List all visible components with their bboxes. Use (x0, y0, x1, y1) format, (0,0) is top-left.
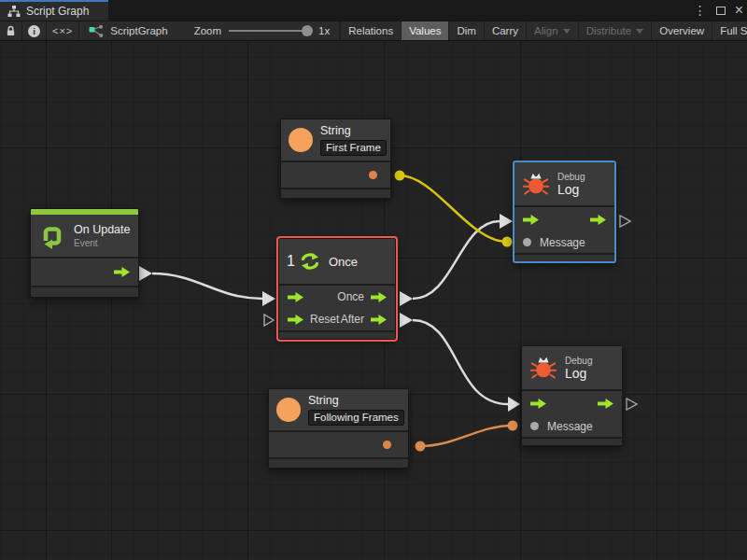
node-body: Message (522, 391, 622, 437)
wire-after-to-debugbottom[interactable] (413, 320, 508, 404)
tab-title: Script Graph (26, 5, 89, 18)
port-label-after: After (341, 313, 364, 326)
node-category: Debug (557, 172, 585, 182)
chevron-down-icon (636, 29, 643, 34)
window-titlebar: Script Graph ⋮ × (0, 0, 747, 21)
exec-input-port[interactable] (288, 292, 303, 302)
node-title: Log (565, 366, 592, 381)
node-header: Debug Log (514, 162, 614, 207)
menu-kebab-icon[interactable]: ⋮ (694, 4, 707, 17)
exec-input-port[interactable] (530, 399, 546, 409)
fullscreen-button[interactable]: Full Screen (712, 21, 747, 40)
exec-output-port-once[interactable] (371, 292, 387, 302)
node-body (281, 162, 390, 188)
on-update-loop-icon (38, 222, 66, 250)
wire-followingframes-to-message[interactable] (420, 426, 513, 446)
flow-in-port-reset-empty[interactable] (264, 315, 274, 326)
node-category: Debug (565, 356, 592, 366)
zoom-slider-knob[interactable] (302, 25, 313, 36)
chevron-down-icon (563, 29, 571, 34)
port-label-message: Message (540, 236, 585, 249)
exec-output-port[interactable] (598, 399, 613, 409)
node-string-following-frames[interactable]: String Following Frames (268, 388, 409, 469)
flow-out-port-once[interactable] (400, 291, 413, 306)
value-out-port-firstframe[interactable] (395, 171, 405, 181)
wire-firstframe-to-message[interactable] (400, 175, 507, 242)
string-output-port[interactable] (369, 171, 377, 179)
port-label-once: Once (337, 290, 364, 303)
relations-button[interactable]: Relations (341, 21, 402, 40)
node-header: On Update Event (31, 215, 138, 259)
close-icon[interactable]: × (735, 3, 743, 18)
exec-output-port[interactable] (590, 215, 606, 225)
align-dropdown[interactable]: Align (527, 21, 579, 40)
dim-button[interactable]: Dim (449, 21, 484, 40)
distribute-dropdown[interactable]: Distribute (579, 21, 653, 40)
node-title: Log (557, 182, 585, 197)
info-button[interactable]: i (22, 21, 47, 40)
zoom-slider[interactable] (229, 30, 311, 32)
zoom-control: Zoom 1x (177, 21, 341, 40)
tab-script-graph[interactable]: Script Graph (0, 0, 108, 21)
node-string-first-frame[interactable]: String First Frame (280, 119, 391, 199)
node-debug-log-top[interactable]: Debug Log Message (514, 161, 615, 262)
flow-out-port-debugtop-empty[interactable] (620, 216, 630, 227)
message-input-port[interactable] (523, 238, 531, 246)
overview-button[interactable]: Overview (652, 21, 712, 40)
flow-out-port-debugbottom-empty[interactable] (627, 399, 637, 410)
value-in-port-message-bottom[interactable] (508, 421, 518, 431)
node-body (269, 432, 408, 457)
graph-icon (7, 6, 21, 18)
node-subtitle: Event (74, 238, 130, 248)
exec-output-port-after[interactable] (371, 315, 387, 325)
wire-once-to-debugtop[interactable] (413, 221, 500, 299)
flow-out-port-onupdate[interactable] (139, 266, 152, 281)
string-output-port[interactable] (383, 441, 391, 449)
zoom-label: Zoom (194, 25, 221, 36)
exec-input-port-reset[interactable] (288, 315, 303, 325)
value-in-port-message-top[interactable] (502, 237, 513, 247)
flow-in-port-debugtop[interactable] (500, 214, 513, 229)
exec-input-port[interactable] (523, 215, 539, 225)
graph-reference-breadcrumb[interactable]: ScriptGraph (79, 21, 176, 40)
port-label-reset: Reset (310, 313, 339, 326)
code-icon: <×> (52, 25, 73, 36)
edit-source-button[interactable]: <×> (47, 21, 79, 40)
node-header: Debug Log (522, 346, 622, 391)
node-header: 1 Once (279, 239, 395, 286)
graph-canvas[interactable]: String First Frame On Update Event (0, 41, 747, 560)
node-body (31, 259, 138, 286)
node-on-update[interactable]: On Update Event (30, 208, 139, 298)
node-header: String First Frame (281, 119, 390, 162)
node-body: Once Reset After (279, 286, 395, 330)
node-footer (279, 330, 395, 339)
graph-toolbar: i <×> ScriptGraph Zoom 1x Relations Valu… (0, 21, 747, 41)
flow-out-port-after[interactable] (400, 313, 413, 328)
node-footer (514, 253, 614, 261)
node-title: On Update (74, 223, 130, 236)
lock-button[interactable] (0, 21, 22, 40)
carry-button[interactable]: Carry (485, 21, 527, 40)
values-button[interactable]: Values (402, 21, 449, 40)
once-cycle-icon (299, 250, 321, 273)
flow-in-port-debugbottom[interactable] (508, 397, 520, 412)
once-count: 1 (287, 253, 295, 270)
string-value-field[interactable]: First Frame (320, 140, 387, 156)
node-debug-log-bottom[interactable]: Debug Log Message (521, 345, 623, 446)
node-title: Once (329, 255, 358, 269)
maximize-icon[interactable] (716, 7, 726, 15)
zoom-value: 1x (318, 25, 330, 36)
node-title: String (308, 394, 404, 407)
node-footer (31, 286, 138, 297)
wire-onupdate-to-once[interactable] (152, 273, 262, 299)
string-value-field[interactable]: Following Frames (308, 410, 404, 426)
flow-in-port-once[interactable] (262, 291, 275, 306)
string-type-icon (276, 398, 301, 422)
node-once[interactable]: 1 Once Once Reset After (278, 238, 396, 340)
node-footer (522, 437, 622, 445)
value-out-port-followingframes[interactable] (416, 441, 426, 452)
node-title: String (320, 124, 387, 137)
message-input-port[interactable] (530, 422, 539, 430)
string-type-icon (289, 128, 313, 152)
exec-output-port[interactable] (114, 267, 130, 277)
